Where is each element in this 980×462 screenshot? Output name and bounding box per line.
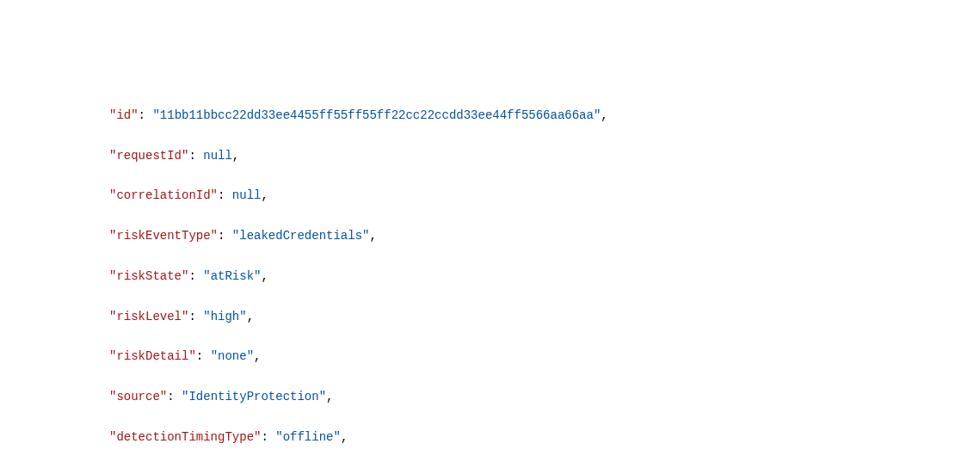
- json-key: "id": [109, 108, 139, 122]
- json-value: null: [232, 188, 262, 202]
- json-key: "riskState": [109, 269, 188, 283]
- json-line-requestId: "requestId": null,: [13, 146, 980, 166]
- json-key: "riskDetail": [109, 349, 196, 363]
- json-line-riskLevel: "riskLevel": "high",: [13, 307, 980, 327]
- json-value: "atRisk": [203, 269, 261, 283]
- json-line-source: "source": "IdentityProtection",: [13, 387, 980, 407]
- json-key: "correlationId": [109, 188, 218, 202]
- json-value: "leakedCredentials": [232, 229, 370, 243]
- json-line-riskEventType: "riskEventType": "leakedCredentials",: [13, 226, 980, 246]
- json-value: "offline": [275, 430, 341, 444]
- json-line-detectionTimingType: "detectionTimingType": "offline",: [13, 428, 980, 447]
- json-line-riskDetail: "riskDetail": "none",: [13, 347, 980, 367]
- json-key: "detectionTimingType": [109, 430, 261, 444]
- json-line-correlationId: "correlationId": null,: [13, 186, 980, 206]
- json-key: "riskEventType": [109, 229, 218, 243]
- json-value: null: [203, 149, 232, 163]
- json-code-block: "id": "11bb11bbcc22dd33ee4455ff55ff55ff2…: [13, 86, 980, 463]
- json-key: "requestId": [109, 149, 188, 163]
- json-line-id: "id": "11bb11bbcc22dd33ee4455ff55ff55ff2…: [13, 106, 980, 126]
- json-value: "IdentityProtection": [182, 390, 326, 403]
- json-key: "source": [109, 390, 167, 403]
- json-value: "none": [211, 349, 254, 363]
- json-value: "high": [203, 310, 246, 323]
- json-value: "11bb11bbcc22dd33ee4455ff55ff55ff22cc22c…: [152, 108, 601, 122]
- json-key: "riskLevel": [109, 310, 188, 323]
- json-line-riskState: "riskState": "atRisk",: [13, 267, 980, 286]
